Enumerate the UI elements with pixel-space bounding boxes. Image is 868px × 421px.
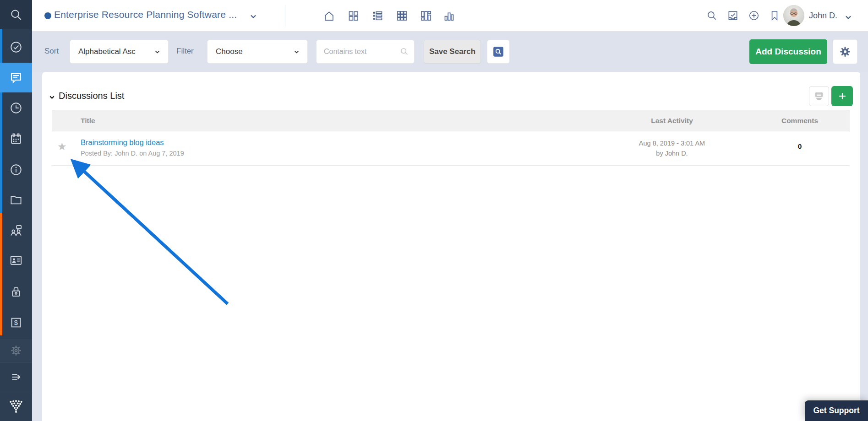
- board-columns-icon: [420, 10, 432, 22]
- sidebar-item-files[interactable]: [0, 185, 32, 214]
- filter-dropdown[interactable]: Choose: [207, 40, 308, 64]
- contains-text-input[interactable]: [316, 40, 415, 64]
- sidebar-divider: [0, 362, 32, 362]
- sort-dropdown-value: Alphabetical Asc: [78, 47, 136, 56]
- folder-icon: [9, 193, 23, 206]
- calendar-icon: [9, 132, 23, 146]
- contact-card-icon: [9, 254, 23, 267]
- sidebar-item-calendar[interactable]: [0, 124, 32, 153]
- sidebar-item-discussions[interactable]: [0, 63, 32, 92]
- sidebar-item-tasks[interactable]: [0, 32, 32, 62]
- workzone-logo-icon: [9, 399, 23, 414]
- sidebar-item-expenses[interactable]: $: [0, 308, 32, 337]
- column-header-comments[interactable]: Comments: [763, 117, 836, 125]
- clock-icon: [9, 101, 23, 115]
- collapse-arrow-icon: [9, 370, 23, 384]
- discussion-comment-count: 0: [763, 142, 836, 151]
- save-search-button[interactable]: Save Search: [424, 40, 481, 64]
- topbar-add-button[interactable]: [745, 6, 763, 25]
- bar-chart-icon: [443, 10, 455, 22]
- avatar[interactable]: [783, 5, 804, 26]
- chevron-down-icon: [293, 49, 300, 55]
- nav-reports-button[interactable]: [439, 5, 459, 26]
- nav-home-button[interactable]: [319, 5, 339, 26]
- discussion-title-link[interactable]: Brainstorming blog ideas: [81, 138, 164, 147]
- workspace-dot-icon: [44, 12, 51, 19]
- workspace-chevron-icon[interactable]: [249, 12, 258, 21]
- sidebar-item-permissions[interactable]: [0, 277, 32, 306]
- last-activity-author: by John D.: [626, 148, 718, 158]
- gear-icon: [840, 46, 851, 57]
- sort-label: Sort: [44, 47, 59, 56]
- sidebar-item-workload[interactable]: [0, 216, 32, 245]
- sidebar-item-search[interactable]: [0, 0, 32, 29]
- chevron-down-icon: [154, 49, 161, 55]
- svg-text:$: $: [14, 318, 18, 326]
- column-header-title[interactable]: Title: [81, 117, 95, 125]
- top-bar: Enterprise Resource Planning Software ..…: [32, 0, 868, 32]
- discussion-last-activity: Aug 8, 2019 - 3:01 AM by John D.: [626, 138, 718, 159]
- add-discussion-plus-button[interactable]: [831, 86, 853, 106]
- discussions-list-heading: Discussions List: [59, 91, 124, 101]
- plus-icon: [837, 91, 847, 101]
- sidebar-item-settings[interactable]: [0, 339, 32, 362]
- sidebar-logo[interactable]: [0, 393, 32, 420]
- sidebar-collapse-button[interactable]: [0, 363, 32, 391]
- lock-icon: [9, 285, 23, 298]
- comment-icon: [9, 71, 23, 85]
- saved-search-icon: [492, 46, 504, 58]
- sidebar-item-info[interactable]: [0, 155, 32, 184]
- topbar-bookmarks-button[interactable]: [765, 6, 784, 25]
- nav-list-view-button[interactable]: [367, 5, 388, 26]
- add-discussion-button[interactable]: Add Discussion: [749, 39, 827, 64]
- discussion-feed-button[interactable]: [809, 86, 829, 106]
- avatar-photo: [783, 5, 804, 26]
- sidebar: $: [0, 0, 32, 421]
- column-header-last-activity[interactable]: Last Activity: [626, 117, 718, 125]
- search-icon: [9, 8, 23, 22]
- gear-icon: [9, 344, 23, 357]
- bookmark-icon: [769, 10, 781, 22]
- people-chat-icon: [9, 224, 23, 237]
- star-icon[interactable]: ★: [57, 141, 67, 152]
- home-icon: [323, 10, 335, 22]
- sidebar-divider: [0, 392, 32, 392]
- last-activity-date: Aug 8, 2019 - 3:01 AM: [626, 138, 718, 148]
- user-menu-chevron-icon[interactable]: [844, 13, 853, 22]
- topbar-divider: [285, 5, 285, 27]
- topbar-tasks-button[interactable]: [724, 6, 742, 25]
- collapse-chevron-icon[interactable]: [48, 93, 56, 101]
- contains-text-wrap: [316, 40, 415, 64]
- task-check-icon: [727, 10, 739, 22]
- plus-circle-icon: [748, 10, 760, 22]
- filter-bar: Sort Alphabetical Asc Filter Choose Save…: [32, 32, 868, 72]
- table-row[interactable]: ★ Brainstorming blog ideas Posted By: Jo…: [52, 131, 850, 166]
- saved-searches-button[interactable]: [487, 40, 510, 64]
- nav-grid-view-button[interactable]: [343, 5, 363, 26]
- sort-dropdown[interactable]: Alphabetical Asc: [70, 40, 169, 64]
- check-circle-icon: [9, 40, 23, 54]
- grid-3x3-icon: [396, 10, 408, 22]
- topbar-search-button[interactable]: [703, 6, 721, 25]
- user-name[interactable]: John D.: [809, 11, 837, 21]
- dollar-icon: $: [9, 316, 23, 329]
- list-view-icon: [371, 10, 384, 22]
- table-header: Title Last Activity Comments: [52, 110, 850, 131]
- settings-button[interactable]: [833, 39, 857, 64]
- grid-2x2-icon: [347, 10, 360, 22]
- sidebar-item-contacts[interactable]: [0, 246, 32, 275]
- discussion-posted-by: Posted By: John D. on Aug 7, 2019: [81, 150, 184, 157]
- get-support-button[interactable]: Get Support: [805, 400, 868, 421]
- message-tray-icon: [813, 90, 825, 102]
- nav-grid-small-button[interactable]: [392, 5, 412, 26]
- discussions-card: Discussions List Title Last Activity Com…: [42, 72, 860, 421]
- filter-label: Filter: [176, 47, 194, 56]
- search-icon: [706, 10, 718, 22]
- info-circle-icon: [9, 163, 23, 177]
- nav-board-view-button[interactable]: [415, 5, 436, 26]
- workspace-title[interactable]: Enterprise Resource Planning Software ..…: [54, 9, 237, 20]
- sidebar-item-time[interactable]: [0, 93, 32, 123]
- filter-dropdown-value: Choose: [216, 47, 243, 56]
